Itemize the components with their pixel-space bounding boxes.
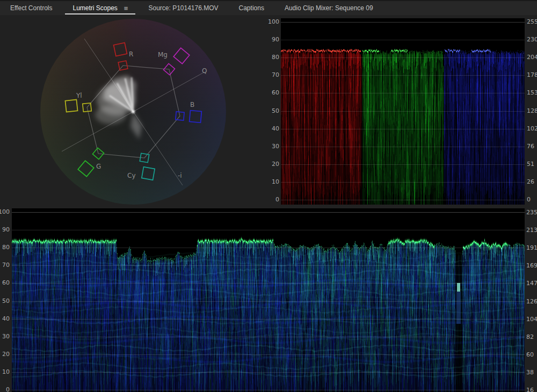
axis-tick-label: 82 — [526, 334, 534, 340]
axis-tick-label: 104 — [526, 316, 537, 323]
tab-label: Effect Controls — [10, 2, 52, 15]
axis-tick-label: 30 — [272, 143, 279, 150]
axis-tick-label: 100 — [268, 19, 279, 25]
axis-tick-label: 20 — [272, 161, 279, 168]
target-label-cy: Cy — [127, 172, 135, 179]
axis-tick-label: 128 — [527, 108, 537, 114]
axis-tick-label: 102 — [527, 126, 537, 132]
target-box-yl-large — [65, 99, 77, 112]
lumetri-scopes-panel: Effect ControlsLumetri Scopes≡Source: P1… — [0, 0, 537, 392]
axis-tick-label: 0 — [6, 387, 10, 392]
axis-tick-label: 100 — [0, 209, 10, 215]
rgb-parade-scope — [281, 18, 525, 205]
axis-tick-label: 153 — [527, 90, 537, 96]
axis-tick-label: 76 — [527, 143, 534, 150]
target-box-b-large — [190, 111, 202, 123]
axis-tick-label: 90 — [2, 227, 10, 233]
axis-tick-label: 0 — [275, 197, 279, 203]
tab-label: Lumetri Scopes — [72, 2, 117, 15]
axis-tick-label: 213 — [526, 227, 537, 234]
axis-tick-label: 147 — [526, 280, 537, 287]
target-label-b: B — [190, 101, 194, 108]
axis-tick-label: 40 — [272, 126, 279, 132]
target-label-r: R — [129, 50, 133, 58]
axis-tick-label: 255 — [527, 19, 537, 25]
axis-tick-label: 204 — [527, 54, 537, 61]
axis-tick-label: 60 — [526, 352, 534, 358]
axis-tick-label: 169 — [526, 263, 537, 269]
tab-source-p1014176-mov[interactable]: Source: P1014176.MOV — [138, 1, 228, 15]
axis-tick-label: 70 — [2, 262, 10, 268]
axis-label-neg-i: -i — [178, 172, 182, 179]
target-label-g: G — [96, 163, 101, 170]
axis-tick-label: 235 — [526, 209, 537, 216]
target-label-mg: Mg — [158, 51, 168, 59]
axis-tick-label: 178 — [527, 72, 537, 78]
axis-tick-label: 80 — [2, 244, 10, 251]
axis-tick-label: 38 — [526, 369, 534, 376]
axis-tick-label: 40 — [2, 316, 10, 322]
tab-effect-controls[interactable]: Effect Controls — [0, 1, 62, 15]
axis-tick-label: 20 — [2, 351, 10, 358]
tab-label: Captions — [239, 2, 264, 15]
axis-tick-label: 0 — [527, 197, 531, 203]
axis-tick-label: 70 — [272, 72, 279, 78]
axis-tick-label: 80 — [272, 54, 279, 61]
tab-lumetri-scopes[interactable]: Lumetri Scopes≡ — [62, 1, 138, 15]
axis-tick-label: 126 — [526, 299, 537, 305]
target-box-r-large — [114, 43, 127, 56]
axis-tick-label: 30 — [2, 333, 10, 340]
axis-tick-label: 191 — [526, 245, 537, 251]
tab-audio-clip-mixer-sequence-09[interactable]: Audio Clip Mixer: Sequence 09 — [274, 1, 383, 15]
axis-tick-label: 50 — [2, 298, 10, 304]
panel-menu-icon[interactable]: ≡ — [124, 2, 128, 15]
axis-tick-label: 230 — [527, 37, 537, 43]
target-label-yl: Yl — [76, 92, 82, 99]
vectorscope: R Mg B Cy G Yl Q -i — [40, 19, 226, 205]
tab-label: Source: P1014176.MOV — [148, 2, 218, 15]
axis-tick-label: 16 — [526, 387, 534, 392]
panel-tab-bar: Effect ControlsLumetri Scopes≡Source: P1… — [0, 0, 537, 15]
target-box-cy-large — [142, 167, 155, 180]
axis-tick-label: 10 — [2, 369, 10, 375]
tab-captions[interactable]: Captions — [229, 1, 274, 15]
axis-tick-label: 60 — [272, 90, 279, 96]
tab-label: Audio Clip Mixer: Sequence 09 — [285, 2, 373, 15]
axis-tick-label: 60 — [2, 280, 10, 286]
axis-tick-label: 26 — [527, 179, 534, 185]
axis-tick-label: 90 — [272, 37, 279, 43]
axis-tick-label: 10 — [272, 179, 279, 185]
axis-label-q: Q — [202, 67, 207, 75]
axis-tick-label: 51 — [527, 161, 534, 168]
axis-tick-label: 50 — [272, 108, 279, 114]
waveform-rgb-scope — [12, 208, 525, 392]
target-box-mg-large — [173, 48, 190, 64]
target-box-g-large — [78, 161, 94, 177]
